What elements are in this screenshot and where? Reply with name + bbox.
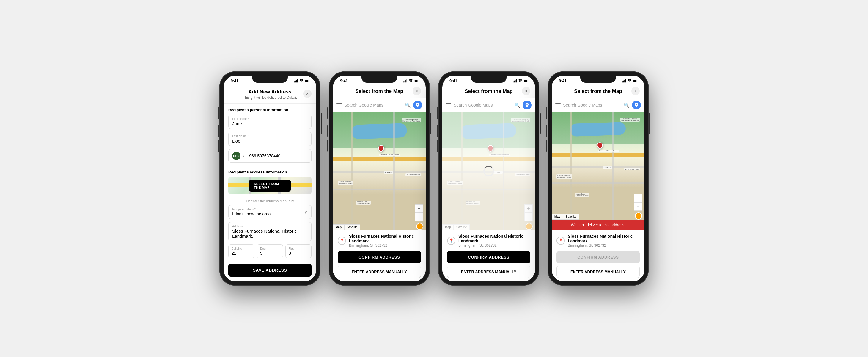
recipient-area-label: Recipient's Area * (232, 208, 271, 211)
phone-2: 9:41 Select from the Map × (329, 71, 430, 286)
map-modal-title-4: Select from the Map (556, 88, 640, 94)
map-modal-header-3: Select from the Map × (442, 84, 535, 98)
enter-manual-button-3[interactable]: ENTER ADDRESS MANUALLY (447, 266, 530, 278)
map-preview[interactable]: SELECT FROM THE MAP (228, 177, 312, 194)
battery-icon-2 (414, 79, 418, 83)
signal-icon-4 (622, 79, 626, 83)
map-area-2[interactable]: Anantara EasternMangroves Abu Dhabi ZONE… (333, 112, 426, 230)
hamburger-icon-4[interactable] (555, 103, 561, 107)
hamburger-icon-2[interactable] (337, 103, 342, 107)
zoom-in-icon-2[interactable]: + (415, 204, 423, 213)
modal-title-1: Add New Address (229, 89, 310, 95)
search-icon-2[interactable]: 🔍 (405, 102, 411, 108)
phone-chevron-icon: ▾ (243, 154, 244, 158)
section-address-label: Recipient's address information (223, 166, 316, 177)
map-modal-header-4: Select from the Map × (552, 84, 645, 98)
modal-subtitle-1: This gift will be delivered to Dubai. (229, 95, 310, 100)
map-type-satellite-2[interactable]: Satellite (344, 224, 360, 230)
map-type-satellite-4[interactable]: Satellite (563, 214, 579, 219)
location-icon-4: 📍 (556, 237, 565, 245)
confirm-address-button-3[interactable]: CONFIRM ADDRESS (447, 251, 530, 263)
map-label-clinic-4: Al Zafranah clinic (624, 168, 640, 171)
address-result-3: 📍 Sloss Furnaces National Historic Landm… (447, 234, 530, 247)
search-text-4[interactable]: Search Google Maps (563, 102, 621, 108)
signal-icon-3 (513, 79, 517, 83)
maps-button-2[interactable] (413, 100, 422, 110)
address-field[interactable]: Address Sloss Furnaces National Historic… (228, 222, 312, 241)
map-zoom-controls-4: + − (634, 194, 642, 211)
save-address-button[interactable]: SAVE ADDRESS (228, 264, 312, 277)
search-text-2[interactable]: Search Google Maps (344, 102, 402, 108)
zoom-out-icon-4[interactable]: − (634, 202, 642, 211)
svg-rect-21 (622, 81, 623, 82)
map-search-bar-2[interactable]: Search Google Maps 🔍 (333, 98, 426, 112)
close-button-4[interactable]: × (631, 87, 640, 95)
svg-point-11 (410, 82, 411, 82)
street-view-icon-2[interactable] (416, 223, 423, 230)
zoom-out-icon-2[interactable]: − (415, 213, 423, 221)
svg-rect-3 (297, 79, 298, 82)
status-icons-2 (403, 79, 418, 83)
battery-icon-3 (524, 79, 528, 83)
enter-manual-button-4[interactable]: ENTER ADDRESS MANUALLY (556, 266, 640, 278)
first-name-field[interactable]: First Name * Jane (228, 115, 312, 129)
door-value: 9 (260, 251, 280, 256)
last-name-field[interactable]: Last Name * Doe (228, 132, 312, 146)
status-icons-3 (513, 79, 528, 83)
status-bar-4: 9:41 (552, 76, 645, 84)
map-pin-2 (378, 145, 384, 151)
bottom-panel-2: 📍 Sloss Furnaces National Historic Landm… (333, 230, 426, 281)
close-button-1[interactable]: × (303, 90, 312, 98)
map-label-novotel-2: Novotel AbuDhabi Al Bustan (356, 201, 371, 205)
map-label-emirates-2: Emirates Private School (379, 153, 400, 156)
close-button-3[interactable]: × (522, 87, 530, 95)
section-personal-label: Recipient's personal information (223, 103, 316, 115)
svg-rect-0 (294, 81, 294, 82)
svg-rect-17 (516, 79, 517, 82)
status-time-2: 9:41 (340, 79, 348, 83)
building-field[interactable]: Building 21 (228, 244, 254, 258)
status-bar-1: 9:41 (223, 76, 316, 84)
map-area-3[interactable]: Anantara EasternMangroves Abu Dhabi ZONE… (442, 112, 535, 230)
recipient-area-field[interactable]: Recipient's Area * I don't know the area… (228, 205, 312, 219)
address-main-2: Sloss Furnaces National Historic Landmar… (349, 234, 421, 243)
address-main-3: Sloss Furnaces National Historic Landmar… (458, 234, 530, 243)
flat-field[interactable]: Flat 3 (285, 244, 312, 258)
location-icon-2: 📍 (338, 237, 346, 245)
map-search-bar-3[interactable]: Search Google Maps 🔍 (442, 98, 535, 112)
door-label: Door (260, 247, 280, 250)
map-modal-title-2: Select from the Map (338, 88, 421, 94)
status-bar-3: 9:41 (442, 76, 535, 84)
address-sub-2: Birmingham, St. 362732 (349, 243, 421, 247)
hamburger-icon-3[interactable] (446, 103, 451, 107)
door-field[interactable]: Door 9 (257, 244, 283, 258)
search-icon-4[interactable]: 🔍 (624, 102, 629, 108)
map-area-4[interactable]: Anantara EasternMangroves Abu Dhabi ZONE… (552, 112, 645, 219)
zoom-in-icon-4[interactable]: + (634, 194, 642, 202)
maps-button-3[interactable] (523, 100, 531, 110)
map-type-map-2[interactable]: Map (333, 224, 344, 230)
bottom-panel-3: 📍 Sloss Furnaces National Historic Landm… (442, 230, 535, 281)
first-name-value: Jane (232, 121, 308, 126)
enter-manual-button-2[interactable]: ENTER ADDRESS MANUALLY (338, 266, 421, 278)
street-view-icon-4[interactable] (635, 212, 642, 219)
signal-icon-2 (403, 79, 407, 83)
flat-value: 3 (289, 251, 308, 256)
chevron-down-icon: ∨ (304, 209, 308, 215)
map-search-bar-4[interactable]: Search Google Maps 🔍 (552, 98, 645, 112)
search-icon-3[interactable]: 🔍 (514, 102, 520, 108)
flat-label: Flat (289, 247, 308, 250)
close-button-2[interactable]: × (412, 87, 421, 95)
confirm-address-button-2[interactable]: CONFIRM ADDRESS (338, 251, 421, 263)
location-icon-3: 📍 (447, 237, 456, 245)
maps-button-4[interactable] (632, 100, 641, 110)
loading-overlay-3 (442, 112, 535, 230)
search-text-3[interactable]: Search Google Maps (454, 102, 512, 108)
svg-rect-1 (295, 80, 296, 82)
phones-row: 9:41 (219, 71, 649, 286)
map-type-map-4[interactable]: Map (552, 214, 563, 219)
map-label-zone1-4: ZONE 1 (603, 166, 612, 169)
phone-field[interactable]: BHN ▾ +966 5076378440 (228, 149, 312, 163)
select-map-btn[interactable]: SELECT FROM THE MAP (249, 180, 291, 191)
svg-point-4 (301, 82, 302, 82)
